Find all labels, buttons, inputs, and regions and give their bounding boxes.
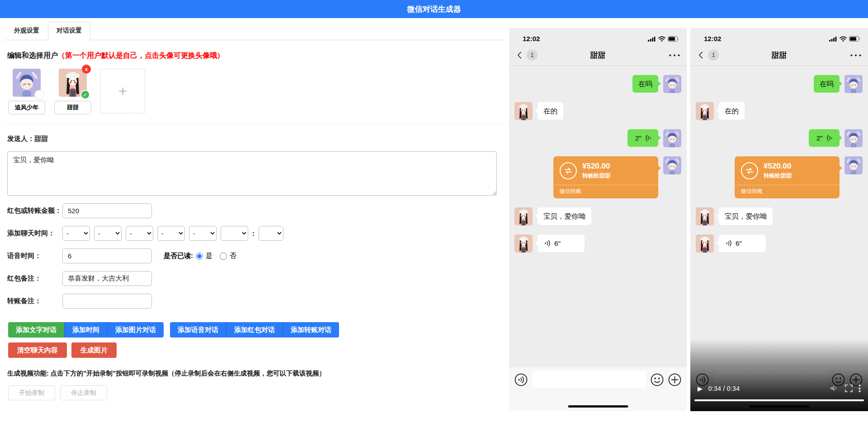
message-row: 在的 (514, 102, 681, 120)
message-textarea[interactable]: 宝贝，爱你呦 (7, 151, 497, 196)
wifi-icon (840, 36, 847, 42)
wifi-icon (658, 36, 665, 42)
read-no-option[interactable]: 否 (220, 252, 236, 260)
read-yes-radio[interactable] (196, 253, 203, 260)
selected-check-icon[interactable]: ✓ (80, 90, 90, 99)
unselected-circle[interactable] (34, 90, 44, 99)
add-text-button[interactable]: 添加文字对话 (8, 322, 64, 338)
video-overlay: ▶ 0:34 / 0:34 ••• (690, 339, 868, 411)
chat-video-preview: 12:02 1 甜甜 在吗 在的 2" (690, 28, 868, 411)
girl-avatar[interactable] (514, 207, 533, 225)
girl-avatar[interactable] (514, 102, 533, 120)
time-select-4[interactable]: - (157, 226, 185, 241)
time-select-3[interactable]: - (126, 226, 153, 241)
start-record-button[interactable]: 开始录制 (8, 385, 55, 400)
overflow-menu-icon[interactable]: ••• (859, 384, 861, 393)
boy-avatar[interactable] (663, 129, 681, 147)
status-time: 12:02 (704, 35, 721, 42)
girl-avatar[interactable] (696, 234, 714, 253)
chat-title: 甜甜 (729, 50, 829, 61)
girl-avatar[interactable]: x ✓ (59, 69, 87, 97)
more-icon (850, 54, 862, 57)
transfer-card[interactable]: ¥520.00 转账给甜甜 微信转账 (735, 156, 840, 198)
video-progress-bar[interactable] (694, 399, 864, 401)
amount-label: 红包或转账金额： (7, 206, 62, 215)
add-actions-row: 添加文字对话 添加时间 添加图片对话 添加语音对话 添加红包对话 添加转账对话 (8, 322, 504, 338)
voice-toggle-icon[interactable] (514, 373, 528, 386)
boy-avatar[interactable] (844, 75, 863, 93)
read-no-radio[interactable] (220, 253, 227, 260)
read-yes-option[interactable]: 是 (196, 252, 212, 260)
stop-record-button[interactable]: 停止录制 (60, 385, 107, 400)
fullscreen-icon[interactable] (845, 384, 853, 392)
text-bubble: 在吗 (632, 75, 658, 93)
user-card: x ✓ 甜甜 (54, 69, 91, 114)
time-select-2[interactable]: - (94, 226, 122, 241)
add-transfer-button[interactable]: 添加转账对话 (283, 322, 339, 338)
transfer-title: 转账给甜甜 (764, 172, 792, 180)
transfer-note-label: 转账备注： (7, 297, 62, 305)
text-bubble: 在的 (719, 102, 745, 120)
transfer-note-input[interactable] (62, 294, 152, 309)
voice-time-input[interactable] (62, 248, 152, 263)
generate-image-button[interactable]: 生成图片 (71, 342, 117, 358)
back-button[interactable]: 1 (697, 50, 729, 61)
text-bubble: 宝贝，爱你呦 (538, 207, 591, 225)
voice-bubble[interactable]: 6" (538, 234, 585, 252)
record-buttons-row: 开始录制 停止录制 (8, 385, 504, 400)
time-colon: : (252, 230, 255, 237)
user-list: 追风少年 x ✓ 甜甜 + (8, 69, 504, 114)
add-redpacket-button[interactable]: 添加红包对话 (226, 322, 283, 338)
boy-avatar[interactable] (844, 129, 863, 147)
add-voice-button[interactable]: 添加语音对话 (170, 322, 226, 338)
tab-appearance[interactable]: 外观设置 (5, 22, 48, 40)
message-row: 6" (696, 234, 863, 253)
redpacket-note-label: 红包备注： (7, 274, 62, 283)
time-select-5[interactable]: - (189, 226, 217, 241)
message-row: 在吗 (696, 75, 863, 93)
chat-title: 甜甜 (548, 50, 648, 61)
transfer-card[interactable]: ¥520.00 转账给甜甜 微信转账 (553, 156, 658, 198)
time-select-minute[interactable] (259, 226, 283, 241)
user-name-input[interactable]: 追风少年 (8, 101, 45, 114)
chat-header: 1 甜甜 (509, 45, 687, 66)
voice-bubble[interactable]: 6" (719, 234, 766, 252)
message-row: 宝贝，爱你呦 (514, 207, 681, 225)
girl-avatar[interactable] (696, 207, 714, 225)
message-row: 在吗 (514, 75, 681, 93)
boy-avatar[interactable] (663, 75, 681, 93)
boy-avatar[interactable] (844, 156, 863, 174)
add-image-button[interactable]: 添加图片对话 (107, 322, 164, 338)
message-row: 2" (514, 129, 681, 147)
remove-user-icon[interactable]: x (82, 65, 91, 74)
boy-avatar[interactable] (13, 69, 41, 97)
more-button[interactable] (829, 54, 862, 57)
chat-input[interactable] (532, 371, 646, 388)
add-user-button[interactable]: + (100, 69, 145, 113)
more-button[interactable] (648, 54, 680, 57)
plus-icon[interactable] (668, 373, 681, 386)
user-name-input[interactable]: 甜甜 (54, 101, 91, 114)
redpacket-note-input[interactable] (62, 271, 152, 286)
chat-image-preview: 12:02 1 甜甜 在吗 在的 2" (509, 28, 687, 411)
voice-wave-icon (826, 134, 834, 142)
add-time-button[interactable]: 添加时间 (64, 322, 107, 338)
boy-avatar[interactable] (663, 156, 681, 174)
video-controls: ▶ 0:34 / 0:34 ••• (690, 384, 868, 393)
phone-status-bar: 12:02 (509, 28, 687, 42)
voice-bubble[interactable]: 2" (809, 129, 840, 147)
girl-avatar[interactable] (514, 234, 533, 253)
voice-bubble[interactable]: 2" (627, 129, 658, 147)
emoji-icon[interactable] (651, 373, 664, 386)
girl-avatar[interactable] (696, 102, 714, 120)
back-button[interactable]: 1 (515, 50, 548, 61)
play-icon[interactable]: ▶ (698, 385, 703, 392)
mute-icon[interactable] (830, 384, 839, 392)
time-select-1[interactable]: - (62, 226, 90, 241)
video-progress-fill (694, 399, 864, 401)
clear-chat-button[interactable]: 清空聊天内容 (8, 342, 67, 358)
voice-time-row: 语音时间： 是否已读: 是 否 (7, 248, 504, 263)
tab-dialogue[interactable]: 对话设置 (48, 22, 90, 40)
amount-input[interactable] (62, 203, 152, 218)
time-select-hour[interactable] (221, 226, 248, 241)
